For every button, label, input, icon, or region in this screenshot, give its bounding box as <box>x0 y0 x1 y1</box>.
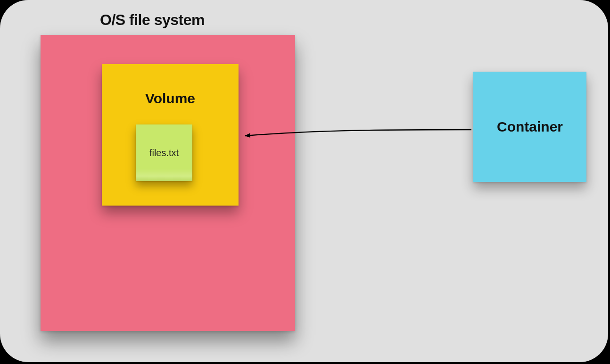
diagram-title: O/S file system <box>100 11 205 29</box>
container-box: Container <box>473 72 586 182</box>
container-label: Container <box>497 119 563 135</box>
diagram-stage: O/S file system Volume files.txt Contain… <box>0 0 610 364</box>
file-label: files.txt <box>149 148 179 158</box>
file-sticky: files.txt <box>136 124 192 181</box>
diagram-canvas: O/S file system Volume files.txt Contain… <box>0 0 608 362</box>
volume-label: Volume <box>102 91 239 107</box>
